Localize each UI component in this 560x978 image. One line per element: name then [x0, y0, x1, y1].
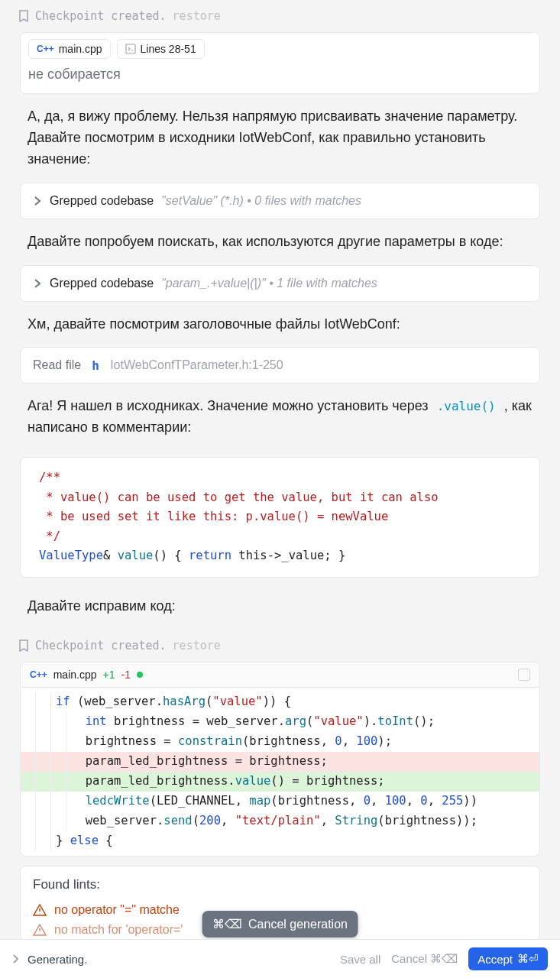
diff-body: if (web_server.hasArg("value")) { int br… — [21, 688, 539, 856]
file-chip-label: main.cpp — [59, 43, 102, 55]
save-all-button[interactable]: Save all — [340, 953, 380, 966]
cancel-keys: ⌘⌫ — [212, 917, 242, 931]
code-snippet: /** * value() can be used to get the val… — [20, 457, 540, 578]
status-dot-icon — [137, 672, 143, 678]
grep-detail: "setValue" (*.h) • 0 files with matches — [161, 194, 361, 208]
assistant-reply-2: Давайте попробуем поискать, как использу… — [8, 219, 552, 265]
readfile-label: Read file — [33, 358, 81, 372]
grep-label: Grepped codebase — [50, 194, 154, 208]
inline-code: .value() — [432, 397, 500, 415]
diff-card: C++ main.cpp +1 -1 if (web_server.hasArg… — [20, 662, 540, 857]
grep-label: Grepped codebase — [50, 277, 154, 290]
restore-link[interactable]: restore — [173, 9, 221, 23]
lints-title: Found lints: — [33, 877, 527, 892]
lines-chip[interactable]: Lines 28-51 — [117, 39, 205, 59]
chevron-right-icon — [33, 196, 42, 206]
lines-chip-label: Lines 28-51 — [141, 43, 196, 55]
svg-rect-0 — [126, 44, 135, 53]
lint-text: no operator "=" matche — [54, 903, 180, 917]
assistant-reply-5: Давайте исправим код: — [8, 584, 552, 630]
checkpoint-label: Checkpoint created. — [35, 639, 167, 653]
chevron-right-icon — [33, 278, 42, 289]
generating-label: Generating. — [28, 953, 87, 966]
assistant-reply-3: Хм, давайте посмотрим заголовочные файлы… — [8, 302, 552, 348]
file-chip[interactable]: C++ main.cpp — [28, 39, 111, 59]
accept-button[interactable]: Accept ⌘⏎ — [468, 947, 548, 970]
diff-filename[interactable]: main.cpp — [53, 669, 97, 681]
warning-icon — [33, 904, 47, 916]
expand-icon[interactable] — [518, 669, 530, 681]
checkpoint-row: Checkpoint created. restore — [8, 0, 552, 32]
checkpoint-row: Checkpoint created. restore — [8, 630, 552, 662]
diff-added-count: +1 — [103, 669, 115, 681]
user-message-text: не собирается — [28, 66, 532, 83]
lint-text: no match for 'operator=' — [54, 923, 183, 937]
h-file-icon: h — [89, 358, 102, 372]
assistant-reply-4: Ага! Я нашел в исходниках. Значение можн… — [8, 384, 552, 451]
cancel-generation-pill[interactable]: ⌘⌫ Cancel generation — [202, 911, 358, 938]
lines-icon — [125, 44, 136, 54]
bottom-bar: Generating. Save all Cancel ⌘⌫ Accept ⌘⏎ — [0, 939, 560, 978]
diff-removed-count: -1 — [121, 669, 130, 681]
checkpoint-label: Checkpoint created. — [35, 9, 167, 23]
cpp-icon: C++ — [37, 44, 54, 54]
warning-icon — [33, 924, 47, 936]
readfile-card[interactable]: Read file h IotWebConfTParameter.h:1-250 — [20, 347, 540, 384]
cancel-label: Cancel generation — [248, 918, 348, 931]
cancel-button[interactable]: Cancel ⌘⌫ — [391, 952, 458, 966]
restore-link[interactable]: restore — [173, 639, 221, 653]
readfile-file: IotWebConfTParameter.h:1-250 — [110, 358, 283, 372]
grep-card-1[interactable]: Grepped codebase "setValue" (*.h) • 0 fi… — [20, 183, 540, 219]
bookmark-icon — [18, 10, 29, 22]
bookmark-icon — [18, 640, 29, 652]
cpp-icon: C++ — [30, 669, 47, 680]
grep-detail: "param_.+value|(|)" • 1 file with matche… — [161, 277, 377, 290]
diff-header: C++ main.cpp +1 -1 — [21, 662, 539, 688]
grep-card-2[interactable]: Grepped codebase "param_.+value|(|)" • 1… — [20, 265, 540, 302]
user-message-card: C++ main.cpp Lines 28-51 не собирается — [20, 32, 540, 94]
assistant-reply-1: А, да, я вижу проблему. Нельзя напрямую … — [8, 94, 552, 183]
chevron-right-icon[interactable] — [12, 954, 20, 963]
